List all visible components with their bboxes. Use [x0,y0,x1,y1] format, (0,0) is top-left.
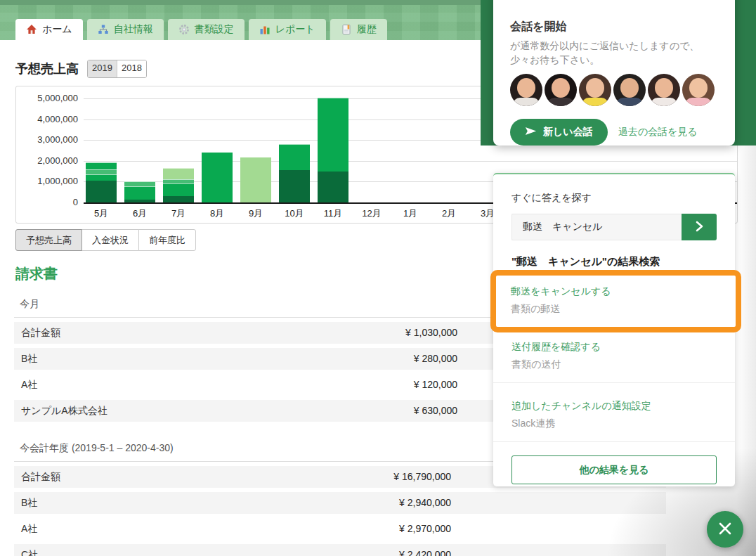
bar-segment-5月-3 [86,162,117,169]
invoice-heading: 請求書 [15,264,58,283]
x-axis-tick: 5月 [82,207,120,220]
view-tab-1[interactable]: 入金状況 [82,229,139,251]
y-axis-tick: 5,000,000 [16,93,78,103]
support-agent-6 [682,74,715,106]
tab-home[interactable]: ホーム [15,19,83,40]
bar-segment-7月-1 [163,183,194,196]
year-toggle: 20192018 [87,60,147,78]
bar-segment-5月-0 [86,181,117,202]
tab-reports[interactable]: レポート [249,19,326,40]
org-icon [98,24,109,35]
view-tab-2[interactable]: 前年度比 [138,229,196,251]
invoice-row-name: B社 [14,353,37,366]
support-avatars [510,74,718,106]
invoice-row-amount: ¥ 280,000 [414,348,457,370]
bar-segment-11月-1 [318,98,348,172]
bar-segment-7月-2 [163,179,194,183]
year-button-2018[interactable]: 2018 [117,60,146,77]
new-conversation-button[interactable]: 新しい会話 [510,119,608,146]
x-axis-tick: 9月 [237,207,275,220]
chat-close-button[interactable] [707,511,743,548]
invoice-row-amount: ¥ 120,000 [414,374,457,396]
invoice-row-amount: ¥ 2,420,000 [399,544,451,556]
instant-answer-card: すぐに答えを探す "郵送 キャンセル"の結果検索 郵送をキャンセルする書類の郵送… [493,173,735,486]
tab-label: ホーム [42,23,72,36]
tab-label: 履歴 [357,23,377,36]
chat-start-card: 会話を開始 が通常数分以内にご返信いたしますので、少々お待ち下さい。 新しい会話… [493,0,735,146]
bar-segment-9月-0 [240,157,271,202]
x-axis-tick: 10月 [275,207,313,220]
answer-search-input[interactable] [511,214,682,240]
y-axis-tick: 2,000,000 [16,155,78,166]
bar-segment-6月-1 [124,186,155,200]
result-category: 書類の送付 [511,358,717,371]
year-button-2019[interactable]: 2019 [88,60,117,77]
invoice-row-name: A社 [14,379,37,392]
support-agent-4 [613,74,646,106]
bar-segment-11月-0 [318,172,348,202]
tab-history[interactable]: 履歴 [330,19,387,40]
search-results-heading: "郵送 キャンセル"の結果検索 [511,255,717,269]
more-results-button[interactable]: 他の結果を見る [511,455,717,484]
y-axis-tick: 1,000,000 [16,176,78,186]
search-row [511,214,717,240]
search-results: 郵送をキャンセルする書類の郵送送付履歴を確認する書類の送付追加したチャンネルの通… [493,270,735,442]
bar-segment-10月-0 [279,170,310,202]
tab-label: レポート [275,23,315,36]
invoice-row-amount: ¥ 630,000 [414,400,457,422]
result-title-link[interactable]: 送付履歴を確認する [511,341,717,354]
x-axis-tick: 2月 [430,207,468,220]
app-root: ホーム自社情報書類設定レポート履歴 予想売上高 20192018 01,000,… [0,0,756,556]
bar-segment-8月-0 [202,153,233,202]
x-axis-tick: 8月 [198,207,236,220]
result-title-link[interactable]: 追加したチャンネルの通知設定 [511,400,717,413]
invoice-row-name: サンプルA株式会社 [14,405,107,418]
y-axis-tick: 3,000,000 [16,134,78,145]
x-axis-tick: 7月 [159,207,197,220]
send-icon [525,126,537,138]
new-conversation-label: 新しい会話 [543,126,593,138]
view-tab-0[interactable]: 予想売上高 [15,229,82,251]
bar-segment-7月-0 [163,196,194,202]
sales-title: 予想売上高 [15,60,79,77]
tab-label: 書類設定 [195,23,234,36]
sales-header: 予想売上高 20192018 [15,60,147,78]
support-agent-2 [545,74,577,106]
close-icon [717,521,733,538]
invoice-row-name: A社 [14,523,37,536]
tab-company-info[interactable]: 自社情報 [87,19,164,40]
y-axis-tick: 4,000,000 [16,114,78,124]
result-category: Slack連携 [511,418,717,430]
bar-segment-10月-1 [279,144,310,170]
invoice-row-amount: ¥ 16,790,000 [393,466,451,488]
support-agent-5 [648,74,680,106]
invoice-row-name: B社 [14,497,37,510]
home-icon [26,24,37,35]
x-axis-tick: 11月 [314,207,352,220]
y-axis-tick: 0 [16,197,78,207]
bar-segment-7月-3 [163,168,194,179]
invoice-row-name: 合計金額 [14,471,60,484]
invoice-row-amount: ¥ 2,970,000 [399,518,451,540]
gear-icon [178,24,190,35]
past-conversations-link[interactable]: 過去の会話を見る [618,126,698,138]
bar-segment-5月-2 [86,169,117,174]
support-agent-1 [510,74,542,106]
bar-segment-5月-1 [86,174,117,181]
history-icon [341,24,352,35]
chevron-right-icon [694,220,704,235]
x-axis-tick: 6月 [121,207,159,220]
invoice-row-amount: ¥ 1,030,000 [405,322,457,344]
tab-label: 自社情報 [114,23,153,36]
search-result-item: 送付履歴を確認する書類の送付 [493,324,735,383]
search-submit-button[interactable] [682,214,717,240]
x-axis-tick: 1月 [391,207,429,220]
result-category: 書類の郵送 [511,303,736,316]
search-result-item: 追加したチャンネルの通知設定Slack連携 [493,383,735,442]
highlighted-result: 郵送をキャンセルする書類の郵送 [490,270,741,332]
result-title-link[interactable]: 郵送をキャンセルする [511,285,736,298]
chat-widget: 会話を開始 が通常数分以内にご返信いたしますので、少々お待ち下さい。 新しい会話… [481,0,756,556]
tab-document-settings[interactable]: 書類設定 [168,19,245,40]
support-agent-3 [579,74,611,106]
search-label: すぐに答えを探す [511,192,717,205]
